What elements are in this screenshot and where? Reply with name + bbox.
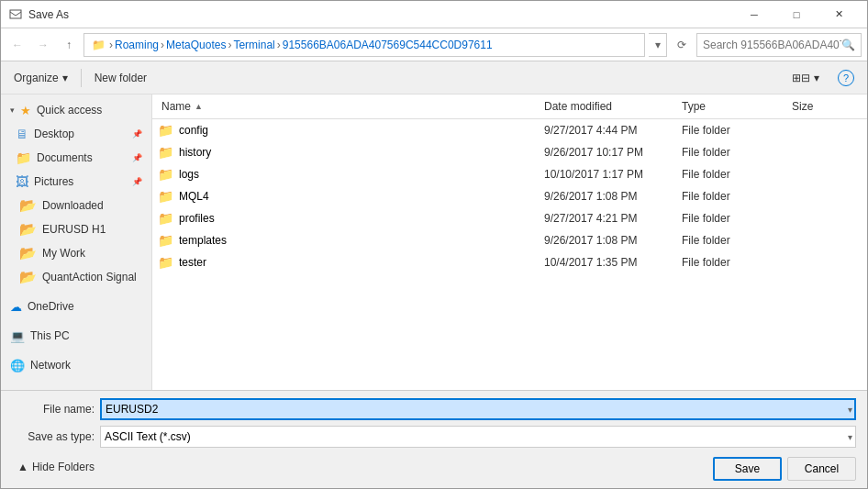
dialog-icon: [8, 7, 23, 22]
hide-folders-button[interactable]: ▲ Hide Folders: [12, 457, 100, 477]
address-path[interactable]: 📁 › Roaming › MetaQuotes › Terminal › 91…: [83, 33, 645, 57]
organize-button[interactable]: Organize ▾: [6, 66, 75, 90]
address-dropdown[interactable]: ▾: [649, 33, 667, 57]
new-folder-label: New folder: [95, 72, 147, 84]
maximize-button[interactable]: □: [775, 1, 818, 28]
refresh-button[interactable]: ⟳: [671, 34, 693, 56]
filename-input[interactable]: [100, 398, 856, 420]
sidebar-item-downloaded-label: Downloaded: [42, 199, 104, 212]
filename-row: File name: ▾: [12, 398, 856, 420]
quick-access-label: Quick access: [37, 104, 102, 117]
table-row[interactable]: 📁 config 9/27/2017 4:44 PM File folder: [152, 119, 867, 141]
file-type: File folder: [678, 190, 788, 203]
table-row[interactable]: 📁 history 9/26/2017 10:17 PM File folder: [152, 141, 867, 163]
file-date: 10/4/2017 1:35 PM: [540, 256, 678, 269]
view-button[interactable]: ⊞⊟ ▾: [785, 66, 827, 90]
file-name: profiles: [179, 212, 215, 225]
network-label: Network: [30, 359, 71, 372]
filetype-select[interactable]: ASCII Text (*.csv): [100, 426, 856, 448]
search-box[interactable]: 🔍: [696, 33, 862, 57]
cancel-button[interactable]: Cancel: [787, 457, 856, 481]
path-id[interactable]: 915566BA06ADA407569C544CC0D97611: [283, 39, 493, 51]
new-folder-button[interactable]: New folder: [87, 66, 154, 90]
folder-icon: 📁: [158, 167, 173, 182]
hide-arrow: ▲: [17, 461, 28, 473]
sidebar-item-downloaded[interactable]: 📂 Downloaded: [1, 194, 151, 217]
forward-button[interactable]: →: [32, 34, 54, 56]
help-icon: ?: [838, 70, 854, 86]
sidebar-item-mywork[interactable]: 📂 My Work: [1, 241, 151, 265]
col-date[interactable]: Date modified: [540, 98, 678, 115]
save-as-dialog: Save As ─ □ ✕ ← → ↑ 📁 › Roaming › MetaQu…: [0, 0, 868, 489]
window-controls: ─ □ ✕: [733, 1, 860, 28]
search-input[interactable]: [703, 39, 841, 51]
path-terminal[interactable]: Terminal: [233, 39, 274, 51]
sidebar-item-thispc[interactable]: 💻 This PC: [1, 324, 151, 348]
sidebar-item-network[interactable]: 🌐 Network: [1, 353, 151, 377]
file-date: 10/10/2017 1:17 PM: [540, 168, 678, 181]
file-list-area: Name ▲ Date modified Type Size 📁 config: [152, 94, 867, 390]
sidebar-item-desktop[interactable]: 🖥 Desktop 📌: [1, 122, 151, 146]
sidebar-item-eurusd-label: EURUSD H1: [42, 223, 106, 236]
save-button[interactable]: Save: [713, 457, 782, 481]
folder-icon: 📁: [158, 189, 173, 204]
sidebar-item-eurusd[interactable]: 📂 EURUSD H1: [1, 217, 151, 241]
table-row[interactable]: 📁 MQL4 9/26/2017 1:08 PM File folder: [152, 185, 867, 207]
title-bar: Save As ─ □ ✕: [1, 1, 867, 28]
search-icon: 🔍: [841, 39, 855, 51]
sidebar-item-documents-label: Documents: [37, 151, 93, 164]
sidebar-item-quick-access[interactable]: ▾ ★ Quick access: [1, 98, 151, 122]
svg-rect-0: [10, 10, 21, 18]
file-type: File folder: [678, 146, 788, 159]
file-type: File folder: [678, 124, 788, 137]
file-date: 9/26/2017 1:08 PM: [540, 234, 678, 247]
mywork-icon: 📂: [19, 245, 37, 261]
close-button[interactable]: ✕: [818, 1, 860, 28]
folder-icon: 📁: [158, 255, 173, 270]
quick-access-icon: ★: [20, 104, 31, 117]
sidebar-item-mywork-label: My Work: [42, 247, 85, 260]
quantaction-icon: 📂: [19, 269, 37, 285]
col-type[interactable]: Type: [678, 98, 788, 115]
minimize-button[interactable]: ─: [733, 1, 775, 28]
bottom-footer: ▲ Hide Folders Save Cancel: [12, 453, 856, 481]
sidebar-item-documents[interactable]: 📁 Documents 📌: [1, 146, 151, 170]
eurusd-icon: 📂: [19, 221, 37, 238]
file-type: File folder: [678, 256, 788, 269]
toolbar-separator: [81, 69, 82, 87]
file-date: 9/27/2017 4:44 PM: [540, 124, 678, 137]
table-row[interactable]: 📁 templates 9/26/2017 1:08 PM File folde…: [152, 229, 867, 251]
folder-icon: 📁: [158, 145, 173, 160]
table-row[interactable]: 📁 logs 10/10/2017 1:17 PM File folder: [152, 163, 867, 185]
col-name[interactable]: Name ▲: [158, 98, 540, 115]
back-button[interactable]: ←: [6, 34, 28, 56]
sidebar-item-desktop-label: Desktop: [34, 128, 74, 140]
pin-icon: 📌: [132, 129, 142, 139]
filename-wrapper: ▾: [100, 398, 856, 420]
file-name: tester: [179, 256, 206, 269]
thispc-icon: 💻: [10, 329, 25, 343]
help-button[interactable]: ?: [830, 66, 862, 90]
folder-icon: 📁: [158, 123, 173, 138]
sidebar-item-quantaction-label: QuantAction Signal: [42, 271, 137, 283]
sidebar-item-pictures-label: Pictures: [34, 175, 73, 188]
downloaded-icon: 📂: [19, 197, 37, 214]
sidebar-item-onedrive[interactable]: ☁ OneDrive: [1, 295, 151, 318]
filename-label: File name:: [12, 403, 95, 416]
table-row[interactable]: 📁 profiles 9/27/2017 4:21 PM File folder: [152, 207, 867, 229]
sidebar-item-pictures[interactable]: 🖼 Pictures 📌: [1, 170, 151, 194]
view-arrow: ▾: [814, 72, 819, 84]
sidebar-item-quantaction[interactable]: 📂 QuantAction Signal: [1, 265, 151, 289]
path-roaming[interactable]: Roaming: [115, 39, 159, 51]
path-metaquotes[interactable]: MetaQuotes: [166, 39, 226, 51]
file-date: 9/26/2017 10:17 PM: [540, 146, 678, 159]
network-icon: 🌐: [10, 359, 25, 372]
main-content: ▾ ★ Quick access 🖥 Desktop 📌 📁 Documents…: [1, 94, 867, 390]
bottom-buttons: Save Cancel: [713, 457, 856, 481]
col-size[interactable]: Size: [788, 98, 862, 115]
up-button[interactable]: ↑: [58, 34, 80, 56]
file-type: File folder: [678, 168, 788, 181]
desktop-icon: 🖥: [16, 127, 28, 141]
organize-label: Organize: [14, 72, 59, 84]
table-row[interactable]: 📁 tester 10/4/2017 1:35 PM File folder: [152, 251, 867, 273]
